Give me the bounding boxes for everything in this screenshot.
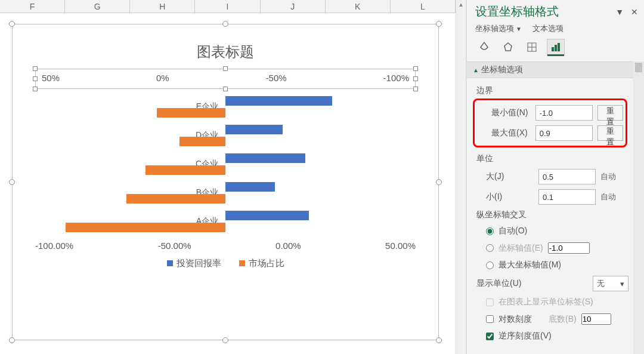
radio-label: 最大坐标轴值(M) xyxy=(499,260,561,270)
minor-unit-row: 小(I) 自动 xyxy=(472,187,628,207)
checkbox-input[interactable] xyxy=(486,333,494,340)
col-header[interactable]: G xyxy=(65,0,130,13)
tab-axis-options[interactable]: 坐标轴选项▼ xyxy=(475,23,522,34)
legend-label: 市场占比 xyxy=(249,258,284,268)
cross-value-radio[interactable]: 坐标轴值(E) xyxy=(472,239,628,257)
primary-axis-ticks[interactable]: -100.00% -50.00% 0.00% 50.00% xyxy=(35,241,416,251)
min-label: 最小值(N) xyxy=(491,107,531,118)
resize-handle[interactable] xyxy=(222,21,228,27)
bar-roi[interactable] xyxy=(225,96,332,106)
axis-handle[interactable] xyxy=(223,87,228,91)
chart-object[interactable]: 图表标题 50% 0% -50% -100% E企业 xyxy=(12,24,439,340)
major-label: 大(J) xyxy=(486,171,534,182)
section-label: 坐标轴选项 xyxy=(481,64,523,75)
pane-dropdown-icon[interactable]: ▼ xyxy=(615,7,624,17)
chevron-down-icon: ▼ xyxy=(516,26,522,32)
display-unit-select[interactable]: 无▾ xyxy=(593,276,628,291)
effects-icon[interactable] xyxy=(499,39,517,56)
resize-handle[interactable] xyxy=(9,179,15,185)
bar-share[interactable] xyxy=(157,108,225,118)
select-value: 无 xyxy=(597,278,605,289)
resize-handle[interactable] xyxy=(436,179,442,185)
pane-scrollbar[interactable] xyxy=(633,61,644,354)
radio-input[interactable] xyxy=(486,261,494,269)
axis-handle[interactable] xyxy=(33,87,38,91)
tab-text-options[interactable]: 文本选项 xyxy=(532,23,564,34)
col-header[interactable]: J xyxy=(261,0,326,13)
secondary-axis-selected[interactable]: 50% 0% -50% -100% xyxy=(35,69,416,89)
section-header-axis-options[interactable]: ▲ 坐标轴选项 xyxy=(467,61,633,78)
resize-handle[interactable] xyxy=(436,21,442,27)
col-header[interactable]: H xyxy=(130,0,195,13)
log-scale-checkbox[interactable]: 对数刻度 底数(B) xyxy=(472,310,628,328)
bar-roi[interactable] xyxy=(225,153,305,163)
bar-share[interactable] xyxy=(66,223,225,232)
show-unit-label-checkbox: 在图表上显示单位标签(S) xyxy=(472,294,628,310)
legend-item[interactable]: 市场占比 xyxy=(239,258,284,269)
log-base-label: 底数(B) xyxy=(549,314,577,325)
cross-label: 纵坐标轴交叉 xyxy=(472,207,628,223)
max-input[interactable] xyxy=(535,125,593,141)
col-header[interactable]: K xyxy=(326,0,391,13)
resize-handle[interactable] xyxy=(436,337,442,343)
scrollbar-thumb[interactable] xyxy=(635,63,642,72)
size-icon[interactable] xyxy=(523,39,541,56)
axis-handle[interactable] xyxy=(413,87,418,91)
axis-handle[interactable] xyxy=(413,76,418,81)
radio-input[interactable] xyxy=(486,244,494,252)
reverse-order-checkbox[interactable]: 逆序刻度值(V) xyxy=(472,328,628,344)
plot-area[interactable]: E企业 D企业 C企业 B企业 A企业 xyxy=(35,93,416,236)
axis-handle[interactable] xyxy=(223,66,228,71)
axis-handle[interactable] xyxy=(413,66,418,71)
cross-auto-radio[interactable]: 自动(O) xyxy=(472,223,628,239)
pane-close-icon[interactable]: ✕ xyxy=(631,7,638,17)
chart-title[interactable]: 图表标题 xyxy=(13,24,438,69)
bar-roi[interactable] xyxy=(225,211,309,220)
bar-roi[interactable] xyxy=(225,125,283,134)
resize-handle[interactable] xyxy=(9,21,15,27)
checkbox-input[interactable] xyxy=(486,315,494,323)
chevron-down-icon: ▾ xyxy=(620,279,624,288)
category-row: C企业 xyxy=(35,150,416,178)
scroll-up-icon[interactable]: ▲ xyxy=(458,1,464,8)
svg-marker-0 xyxy=(504,43,512,51)
format-axis-pane: 设置坐标轴格式 ▼ ✕ 坐标轴选项▼ 文本选项 ▲ 坐标轴选项 边界 xyxy=(466,0,644,354)
pane-icon-tabs xyxy=(467,38,644,61)
max-reset-button[interactable]: 重置 xyxy=(597,125,623,141)
log-base-input xyxy=(581,313,611,325)
svg-rect-4 xyxy=(558,43,560,51)
pane-header: 设置坐标轴格式 ▼ ✕ xyxy=(467,0,644,23)
min-reset-button[interactable]: 重置 xyxy=(597,105,623,121)
axis-options-icon[interactable] xyxy=(547,39,565,56)
bar-share[interactable] xyxy=(145,165,225,175)
radio-input[interactable] xyxy=(486,227,494,235)
axis-tick: -100.00% xyxy=(35,241,73,251)
chart-legend[interactable]: 投资回报率 市场占比 xyxy=(13,258,438,269)
legend-item[interactable]: 投资回报率 xyxy=(167,258,221,269)
col-header[interactable]: I xyxy=(195,0,260,13)
col-header[interactable]: L xyxy=(391,0,456,13)
worksheet-area: F G H I J K L 图表标题 50% 0% -50% xyxy=(0,0,456,354)
cross-value-input xyxy=(548,242,590,254)
major-input[interactable] xyxy=(538,169,596,184)
axis-handle[interactable] xyxy=(33,76,38,81)
category-row: B企业 xyxy=(35,178,416,207)
resize-handle[interactable] xyxy=(222,337,228,343)
minor-input[interactable] xyxy=(538,189,596,205)
resize-handle[interactable] xyxy=(9,337,15,343)
min-input[interactable] xyxy=(535,105,593,121)
bar-share[interactable] xyxy=(126,194,225,204)
bar-roi[interactable] xyxy=(225,182,275,192)
svg-rect-3 xyxy=(555,45,557,51)
pane-body: ▲ 坐标轴选项 边界 最小值(N) 重置 最大值(X) 重置 单位 大(J) xyxy=(467,61,644,354)
fill-icon[interactable] xyxy=(475,39,493,56)
axis-handle[interactable] xyxy=(33,66,38,71)
max-label: 最大值(X) xyxy=(491,128,531,138)
cross-max-radio[interactable]: 最大坐标轴值(M) xyxy=(472,257,628,273)
bar-share[interactable] xyxy=(179,137,225,146)
checkbox-input xyxy=(486,298,494,306)
expand-icon: ▲ xyxy=(473,67,479,73)
worksheet-scrollbar[interactable]: ▲ xyxy=(456,0,466,354)
column-headers-row: F G H I J K L xyxy=(0,0,456,13)
col-header[interactable]: F xyxy=(0,0,65,13)
